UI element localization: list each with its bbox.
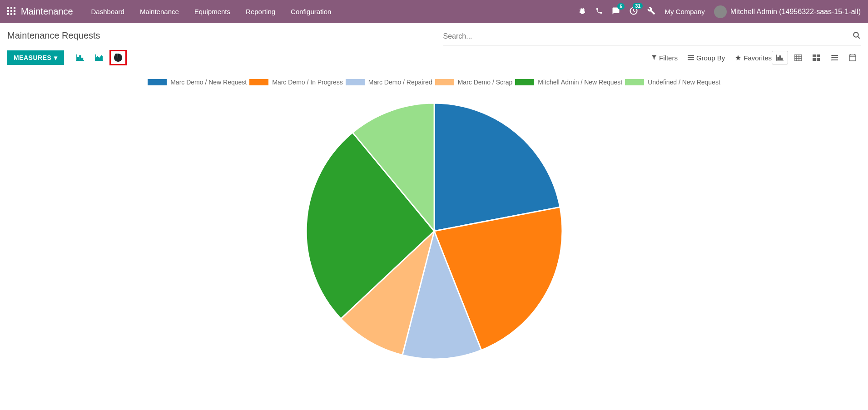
- legend: Marc Demo / New RequestMarc Demo / In Pr…: [7, 79, 861, 86]
- legend-item[interactable]: Marc Demo / Scrap: [435, 79, 513, 86]
- legend-item[interactable]: Marc Demo / New Request: [148, 79, 247, 86]
- svg-rect-32: [813, 54, 816, 57]
- legend-item[interactable]: Marc Demo / Repaired: [346, 79, 432, 86]
- legend-item[interactable]: Mitchell Admin / New Request: [515, 79, 622, 86]
- groupby-button[interactable]: Group By: [688, 54, 725, 62]
- caret-down-icon: ▾: [54, 54, 58, 61]
- filters-button[interactable]: Filters: [651, 54, 678, 62]
- svg-rect-4: [10, 10, 12, 12]
- navbar: Maintenance Dashboard Maintenance Equipm…: [0, 0, 868, 23]
- svg-rect-33: [817, 54, 820, 57]
- favorites-button[interactable]: Favorites: [735, 54, 772, 62]
- view-calendar-icon[interactable]: [844, 51, 861, 64]
- nav-link-configuration[interactable]: Configuration: [291, 8, 331, 15]
- control-panel: Maintenance Requests: [0, 23, 868, 45]
- legend-swatch: [435, 79, 454, 85]
- tools-icon[interactable]: [647, 7, 655, 17]
- toolbar: MEASURES ▾ Filters Group By Favorites: [0, 45, 868, 71]
- legend-swatch: [515, 79, 534, 85]
- search-input[interactable]: [443, 30, 853, 43]
- view-list-icon[interactable]: [826, 51, 843, 64]
- svg-rect-15: [79, 56, 81, 60]
- filters-label: Filters: [659, 54, 678, 62]
- nav-link-equipments[interactable]: Equipments: [194, 8, 230, 15]
- legend-label: Marc Demo / Scrap: [458, 79, 513, 86]
- svg-rect-2: [14, 7, 15, 9]
- clock-badge: 31: [633, 3, 643, 9]
- svg-rect-27: [794, 54, 802, 61]
- nav-link-reporting[interactable]: Reporting: [246, 8, 275, 15]
- chat-icon[interactable]: 5: [612, 7, 620, 17]
- legend-item[interactable]: Marc Demo / In Progress: [249, 79, 343, 86]
- pie-chart: [293, 90, 575, 372]
- area-chart-icon[interactable]: [90, 50, 108, 65]
- search-bar: [443, 28, 861, 45]
- nav-right: 5 31 My Company Mitchell Admin (14956322…: [578, 5, 861, 18]
- search-icon[interactable]: [853, 31, 861, 41]
- legend-item[interactable]: Undefined / New Request: [625, 79, 720, 86]
- page-title: Maintenance Requests: [7, 28, 425, 44]
- legend-label: Undefined / New Request: [648, 79, 720, 86]
- nav-link-maintenance[interactable]: Maintenance: [140, 8, 179, 15]
- nav-link-dashboard[interactable]: Dashboard: [91, 8, 124, 15]
- legend-swatch: [249, 79, 268, 85]
- user-name: Mitchell Admin (14956322-saas-15-1-all): [730, 8, 861, 16]
- svg-rect-7: [10, 13, 12, 15]
- clock-icon[interactable]: 31: [629, 6, 638, 17]
- svg-rect-1: [10, 7, 12, 9]
- svg-rect-5: [14, 10, 15, 12]
- chart-area: Marc Demo / New RequestMarc Demo / In Pr…: [0, 71, 868, 379]
- view-switchers: [772, 51, 861, 64]
- legend-swatch: [148, 79, 167, 85]
- chart-types: [71, 50, 127, 65]
- favorites-label: Favorites: [744, 54, 772, 62]
- legend-label: Marc Demo / Repaired: [368, 79, 432, 86]
- svg-rect-14: [77, 57, 79, 60]
- chat-badge: 5: [617, 3, 625, 10]
- svg-rect-0: [7, 7, 9, 9]
- search-options: Filters Group By Favorites: [651, 54, 772, 62]
- measures-label: MEASURES: [14, 54, 51, 61]
- svg-rect-35: [817, 58, 820, 61]
- svg-rect-8: [14, 13, 15, 15]
- legend-swatch: [625, 79, 644, 85]
- pie-chart-icon[interactable]: [109, 50, 127, 65]
- svg-point-39: [831, 55, 831, 56]
- legend-label: Mitchell Admin / New Request: [538, 79, 622, 86]
- groupby-label: Group By: [696, 54, 725, 62]
- svg-point-40: [831, 58, 831, 58]
- apps-icon[interactable]: [7, 7, 15, 17]
- measures-button[interactable]: MEASURES ▾: [7, 50, 64, 65]
- legend-label: Marc Demo / In Progress: [272, 79, 343, 86]
- svg-rect-24: [778, 57, 779, 60]
- legend-swatch: [346, 79, 365, 85]
- svg-rect-6: [7, 13, 9, 15]
- svg-rect-16: [81, 58, 83, 60]
- nav-links: Dashboard Maintenance Equipments Reporti…: [91, 8, 332, 15]
- svg-point-41: [831, 60, 831, 60]
- svg-rect-25: [779, 56, 780, 60]
- svg-rect-3: [7, 10, 9, 12]
- view-pivot-icon[interactable]: [790, 51, 806, 64]
- company-name[interactable]: My Company: [665, 8, 704, 15]
- user-menu[interactable]: Mitchell Admin (14956322-saas-15-1-all): [714, 5, 861, 18]
- view-graph-icon[interactable]: [772, 51, 788, 64]
- svg-point-10: [853, 32, 858, 37]
- app-name[interactable]: Maintenance: [21, 6, 73, 17]
- svg-line-11: [858, 36, 860, 39]
- avatar: [714, 5, 727, 18]
- phone-icon[interactable]: [595, 7, 603, 16]
- svg-rect-26: [781, 58, 782, 60]
- svg-rect-34: [813, 58, 816, 61]
- view-kanban-icon[interactable]: [808, 51, 824, 64]
- svg-rect-42: [849, 55, 856, 61]
- bug-icon[interactable]: [578, 7, 586, 17]
- bar-chart-icon[interactable]: [71, 50, 89, 65]
- legend-label: Marc Demo / New Request: [170, 79, 247, 86]
